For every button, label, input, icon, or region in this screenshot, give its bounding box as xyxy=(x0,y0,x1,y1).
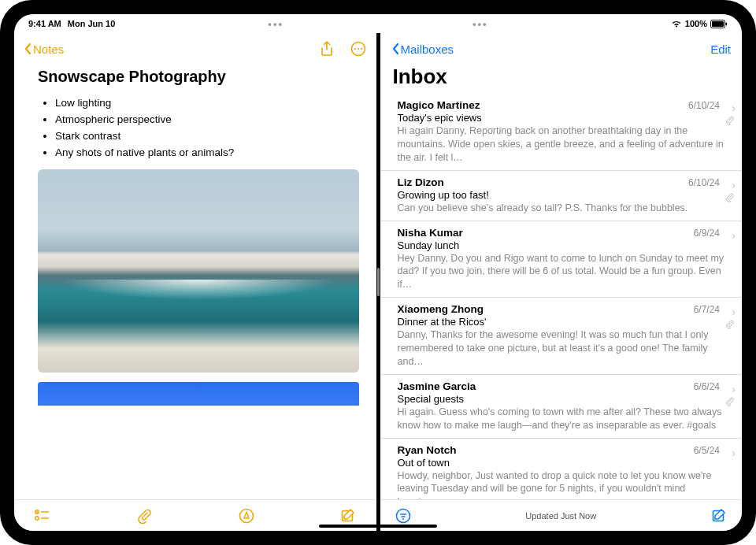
mail-message[interactable]: Ryan Notch6/5/24Out of townHowdy, neighb… xyxy=(380,439,743,500)
multitask-dots-right[interactable]: ••• xyxy=(472,18,488,30)
chevron-right-icon: › xyxy=(732,447,736,459)
paperclip-icon xyxy=(725,320,734,329)
compose-note-button[interactable] xyxy=(339,507,357,525)
note-bullet: Stark contrast xyxy=(55,128,359,145)
note-attached-image-partial[interactable] xyxy=(38,382,359,406)
chevron-right-icon: › xyxy=(732,306,736,318)
svg-point-5 xyxy=(357,48,358,50)
mail-sender: Magico Martinez xyxy=(398,99,480,111)
mail-subject: Special guests xyxy=(398,393,732,405)
svg-point-9 xyxy=(35,516,39,519)
mail-preview: Howdy, neighbor, Just wanted to drop a q… xyxy=(398,469,732,500)
mail-preview: Danny, Thanks for the awesome evening! I… xyxy=(398,328,732,369)
svg-point-6 xyxy=(360,48,361,50)
mail-preview: Hey Danny, Do you and Rigo want to come … xyxy=(398,252,732,292)
mail-subject: Today's epic views xyxy=(398,112,732,124)
paperclip-icon xyxy=(725,397,734,406)
mail-subject: Sunday lunch xyxy=(398,239,732,251)
markup-button[interactable] xyxy=(238,507,255,525)
mail-back-label: Mailboxes xyxy=(401,43,454,56)
mail-preview: Hi again Danny, Reporting back on anothe… xyxy=(398,124,732,165)
chevron-left-icon xyxy=(391,43,399,55)
chevron-right-icon: › xyxy=(732,102,736,114)
mailboxes-back-button[interactable]: Mailboxes xyxy=(391,43,454,56)
more-button[interactable] xyxy=(350,40,367,57)
svg-point-4 xyxy=(354,48,355,50)
svg-point-11 xyxy=(239,509,253,522)
mail-date: 6/10/24 xyxy=(688,100,731,111)
mail-preview: Can you believe she's already so tall? P… xyxy=(398,202,732,215)
inbox-title: Inbox xyxy=(380,65,743,94)
mail-date: 6/7/24 xyxy=(694,304,731,315)
status-bar: 9:41 AM Mon Jun 10 ••• ••• 100% xyxy=(14,14,742,33)
mail-app-pane: Mailboxes Edit Inbox Magico Martinez6/10… xyxy=(380,33,743,531)
mail-message[interactable]: Liz Dizon6/10/24Growing up too fast!Can … xyxy=(380,171,743,221)
share-button[interactable] xyxy=(318,40,335,57)
edit-button[interactable]: Edit xyxy=(710,43,731,56)
notes-back-label: Notes xyxy=(33,43,64,56)
filter-button[interactable] xyxy=(395,507,412,525)
mail-date: 6/6/24 xyxy=(694,381,731,392)
mail-message-list[interactable]: Magico Martinez6/10/24Today's epic views… xyxy=(380,94,743,499)
mail-sender: Liz Dizon xyxy=(398,176,444,188)
note-bullet: Low lighting xyxy=(55,95,359,112)
home-indicator[interactable] xyxy=(319,525,437,528)
mail-date: 6/10/24 xyxy=(688,177,731,188)
mail-message[interactable]: Magico Martinez6/10/24Today's epic views… xyxy=(380,94,743,171)
mail-message[interactable]: Jasmine Garcia6/6/24Special guestsHi aga… xyxy=(380,375,743,439)
mail-sender: Xiaomeng Zhong xyxy=(398,303,484,315)
note-title: Snowscape Photography xyxy=(38,68,359,86)
mail-message[interactable]: Nisha Kumar6/9/24Sunday lunchHey Danny, … xyxy=(380,221,743,298)
mail-status-text: Updated Just Now xyxy=(412,511,711,521)
chevron-left-icon xyxy=(24,43,32,55)
mail-date: 6/5/24 xyxy=(694,445,731,456)
mail-subject: Dinner at the Ricos' xyxy=(398,316,732,328)
notes-app-pane: Notes Snowscape Photography Low l xyxy=(14,33,376,531)
svg-point-13 xyxy=(396,509,410,522)
notes-back-button[interactable]: Notes xyxy=(24,43,64,56)
mail-sender: Jasmine Garcia xyxy=(398,380,476,392)
compose-mail-button[interactable] xyxy=(710,507,728,525)
mail-preview: Hi again. Guess who's coming to town wit… xyxy=(398,406,732,432)
chevron-right-icon: › xyxy=(732,229,736,242)
mail-subject: Growing up too fast! xyxy=(398,189,732,201)
mail-sender: Ryan Notch xyxy=(398,444,457,456)
multitask-dots-left[interactable]: ••• xyxy=(268,18,284,30)
checklist-button[interactable] xyxy=(33,507,50,525)
mail-date: 6/9/24 xyxy=(694,228,731,239)
mail-sender: Nisha Kumar xyxy=(398,227,463,239)
mail-message[interactable]: Xiaomeng Zhong6/7/24Dinner at the Ricos'… xyxy=(380,298,743,375)
attachment-button[interactable] xyxy=(135,507,153,525)
note-bullet-list: Low lighting Atmospheric perspective Sta… xyxy=(38,95,359,161)
paperclip-icon xyxy=(725,116,734,125)
note-attached-image[interactable] xyxy=(38,169,359,373)
mail-subject: Out of town xyxy=(398,457,732,469)
paperclip-icon xyxy=(725,193,734,202)
note-bullet: Atmospheric perspective xyxy=(55,112,359,128)
note-bullet: Any shots of native plants or animals? xyxy=(55,145,359,161)
note-content[interactable]: Snowscape Photography Low lighting Atmos… xyxy=(14,65,376,499)
chevron-right-icon: › xyxy=(732,179,736,191)
chevron-right-icon: › xyxy=(732,383,736,395)
